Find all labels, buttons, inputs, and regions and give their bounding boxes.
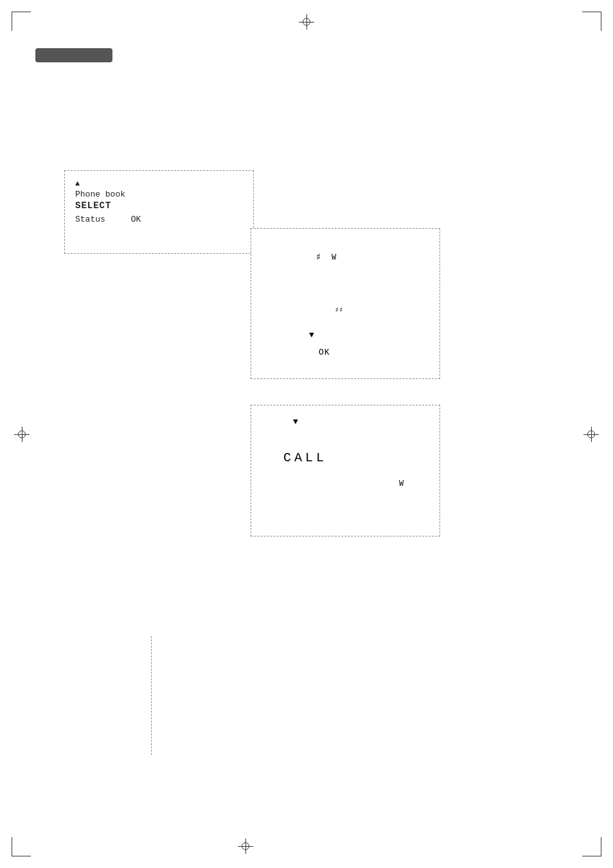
- status-row: Status OK: [75, 215, 243, 224]
- crosshair-top: [299, 14, 314, 30]
- call-w-label: W: [399, 479, 404, 488]
- up-arrow-icon: ▲: [75, 179, 80, 188]
- corner-mark-bl: [12, 837, 31, 856]
- call-arrow-icon: ▼: [293, 417, 298, 427]
- menu-down-arrow: ▼: [309, 330, 314, 340]
- corner-mark-tr: [582, 12, 601, 31]
- menu-box: ♯ W ♯♯ ▼ OK: [251, 228, 440, 379]
- crosshair-bottom: [238, 838, 253, 854]
- menu-hash-row: ♯ W: [315, 251, 336, 263]
- crosshair-right: [583, 427, 599, 442]
- crosshair-left: [14, 427, 30, 442]
- call-down-arrow: ▼: [293, 417, 298, 427]
- status-label: Status: [75, 215, 105, 224]
- select-text: SELECT: [75, 200, 243, 211]
- corner-mark-br: [582, 837, 601, 856]
- hash-icon: ♯: [315, 251, 321, 263]
- vertical-dashed-line: [151, 636, 152, 755]
- phonebook-box: ▲ Phone book SELECT Status OK: [64, 170, 254, 254]
- hash-small-icon: ♯♯: [335, 306, 343, 314]
- menu-ok-label: OK: [319, 348, 330, 357]
- status-value: OK: [131, 215, 141, 224]
- call-box: ▼ CALL W: [251, 405, 440, 536]
- menu-hash-small: ♯♯: [335, 306, 343, 315]
- phonebook-content: ▲ Phone book SELECT Status OK: [65, 171, 253, 253]
- w-label-1: W: [332, 253, 336, 262]
- header-bar: [35, 48, 112, 62]
- corner-mark-tl: [12, 12, 31, 31]
- phonebook-title: Phone book: [75, 190, 243, 199]
- down-arrow-icon: ▼: [309, 330, 314, 340]
- call-label: CALL: [283, 450, 327, 465]
